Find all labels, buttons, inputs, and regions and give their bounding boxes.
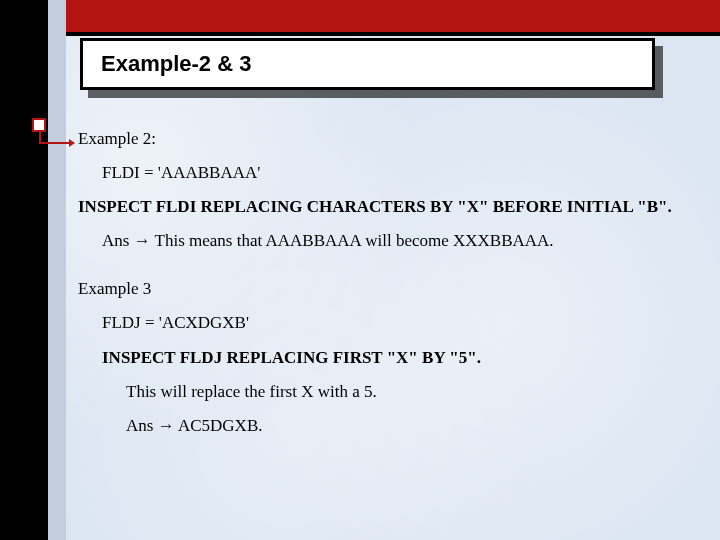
example3-code: INSPECT FLDJ REPLACING FIRST "X" BY "5". bbox=[78, 347, 688, 369]
slide-title: Example-2 & 3 bbox=[101, 51, 251, 77]
example3-explain: This will replace the first X with a 5. bbox=[78, 381, 688, 403]
top-accent-bar bbox=[0, 0, 720, 32]
example3-fldj: FLDJ = 'ACXDGXB' bbox=[78, 312, 688, 334]
horizontal-rule bbox=[0, 32, 720, 36]
example2-code-text: INSPECT FLDI REPLACING CHARACTERS BY "X"… bbox=[78, 197, 672, 216]
example2-code: INSPECT FLDI REPLACING CHARACTERS BY "X"… bbox=[78, 196, 688, 218]
example3-answer: Ans → AC5DGXB. bbox=[78, 415, 688, 437]
left-sidebar-stripe bbox=[0, 0, 66, 540]
example3-heading: Example 3 bbox=[78, 278, 688, 300]
example2-fldi: FLDI = 'AAABBAAA' bbox=[78, 162, 688, 184]
bullet-arrow-icon bbox=[39, 142, 69, 144]
example2-heading: Example 2: bbox=[78, 128, 688, 150]
example2-answer: Ans → This means that AAABBAAA will beco… bbox=[78, 230, 688, 252]
bullet-square-icon bbox=[32, 118, 46, 132]
slide-title-box: Example-2 & 3 bbox=[80, 38, 655, 90]
slide-body: Example 2: FLDI = 'AAABBAAA' INSPECT FLD… bbox=[78, 128, 688, 449]
